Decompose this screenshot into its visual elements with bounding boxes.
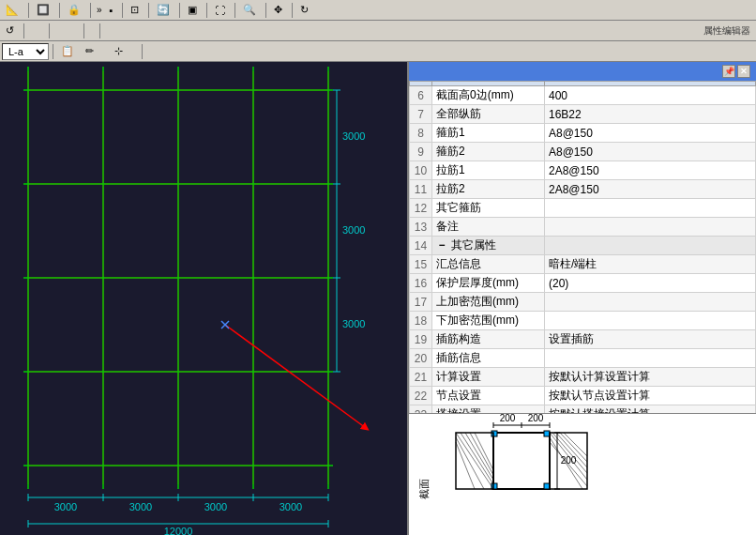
prop-name-cell: 拉筋1 xyxy=(432,161,545,180)
local-3d-btn[interactable]: ▣ xyxy=(184,2,203,18)
row-number: 22 xyxy=(410,387,432,405)
merge-btn[interactable] xyxy=(63,29,70,33)
2d-btn[interactable]: ▪ xyxy=(106,3,119,18)
sep10 xyxy=(292,3,293,18)
dynamic-obs-btn[interactable]: 🔄 xyxy=(153,2,175,18)
align-btn[interactable] xyxy=(88,29,96,33)
dynamic-icon: 🔄 xyxy=(157,4,170,16)
adjust-column-btn[interactable] xyxy=(174,50,182,54)
table-row: 19插筋构造设置插筋 xyxy=(410,330,756,349)
pick-icon: ⊹ xyxy=(114,45,123,57)
table-row: 16保护层厚度(mm)(20) xyxy=(410,274,756,293)
svg-text:3000: 3000 xyxy=(280,501,302,512)
prop-name-cell: 插筋信息 xyxy=(432,349,545,368)
svg-text:3000: 3000 xyxy=(342,130,365,142)
prop-value-cell[interactable] xyxy=(545,218,756,237)
fullscreen-btn[interactable]: ⛶ xyxy=(211,3,231,18)
break-btn[interactable] xyxy=(53,29,61,33)
props-btn[interactable]: 📋 xyxy=(57,43,80,59)
table-row: 18下加密范围(mm) xyxy=(410,312,756,330)
prop-name-cell: 节点设置 xyxy=(432,387,545,405)
table-row: 21计算设置按默认计算设置计算 xyxy=(410,368,756,387)
in-situ-mark-btn[interactable] xyxy=(156,50,163,54)
sep6 xyxy=(179,3,180,18)
row-number: 17 xyxy=(410,293,432,312)
prop-value-cell[interactable]: 按默认计算设置计算 xyxy=(545,368,756,387)
table-row: 22节点设置按默认节点设置计算 xyxy=(410,387,756,405)
prop-value-cell[interactable]: 按默认搭接设置计算 xyxy=(545,405,756,414)
right-panel: 📌 ✕ 6截面高0边(mm)4007全部纵筋16B228箍筋1A8@1509箍筋… xyxy=(409,62,756,535)
table-row: 8箍筋1A8@150 xyxy=(410,124,756,143)
prop-value-cell[interactable]: (20) xyxy=(545,274,756,293)
canvas-area[interactable]: 3000 3000 3000 3000 12000 3000 3000 3000 xyxy=(0,62,409,535)
steel-3d-btn[interactable]: 🔲 xyxy=(33,2,55,18)
prop-name-cell: 汇总信息 xyxy=(432,255,545,274)
svg-text:3000: 3000 xyxy=(129,501,152,512)
row-number: 14 xyxy=(410,237,432,255)
close-panel-btn[interactable]: ✕ xyxy=(737,65,750,78)
top-view-icon: ⊡ xyxy=(130,4,139,16)
prop-name-cell: 上加密范围(mm) xyxy=(432,293,545,312)
extend-btn[interactable] xyxy=(28,29,36,33)
prop-value-cell[interactable]: A8@150 xyxy=(545,143,756,161)
grid-svg: 3000 3000 3000 3000 12000 3000 3000 3000 xyxy=(0,62,403,535)
property-table: 6截面高0边(mm)4007全部纵筋16B228箍筋1A8@1509箍筋2A8@… xyxy=(409,81,756,413)
toolbar-top: 📐 🔲 🔒 » ▪ ⊡ 🔄 ▣ ⛶ 🔍 ✥ xyxy=(0,0,756,21)
zoom-btn[interactable]: 🔍 xyxy=(239,2,262,18)
two-point-btn[interactable] xyxy=(130,50,138,54)
panel-controls: 📌 ✕ xyxy=(722,65,750,78)
screen-rotate-btn[interactable]: ↻ xyxy=(296,2,314,18)
prop-name-cell: 箍筋1 xyxy=(432,124,545,143)
svg-rect-52 xyxy=(544,431,550,436)
prop-value-cell[interactable] xyxy=(545,199,756,218)
prop-value-cell[interactable]: 16B22 xyxy=(545,105,756,124)
local-3d-icon: ▣ xyxy=(188,4,197,16)
prop-value-cell[interactable]: 2A8@150 xyxy=(545,161,756,180)
toolbar-second: ↺ 属性编辑器 xyxy=(0,21,756,41)
prop-value-cell[interactable]: 暗柱/端柱 xyxy=(545,255,756,274)
prop-value-cell[interactable]: 400 xyxy=(545,86,756,105)
smart-layout-btn[interactable] xyxy=(146,50,154,54)
rotate-btn[interactable]: ↺ xyxy=(2,23,20,38)
svg-text:3000: 3000 xyxy=(54,501,77,512)
edit-steel-icon: ✏ xyxy=(85,45,94,57)
split-btn[interactable] xyxy=(72,29,80,33)
row-number: 19 xyxy=(410,330,432,349)
prop-value-cell[interactable]: 设置插筋 xyxy=(545,330,756,349)
prop-value-cell[interactable]: 2A8@150 xyxy=(545,180,756,199)
2d-icon: ▪ xyxy=(110,5,113,16)
prop-name-cell: 备注 xyxy=(432,218,545,237)
svg-text:200: 200 xyxy=(500,414,516,423)
table-row: 13备注 xyxy=(410,218,756,237)
sep-t1 xyxy=(53,44,53,59)
trim-btn[interactable] xyxy=(38,29,45,33)
component-list-btn[interactable] xyxy=(101,50,109,54)
steel-select-btn[interactable]: 📐 xyxy=(2,2,24,18)
prop-name-cell: 保护层厚度(mm) xyxy=(432,274,545,293)
edit-steel-btn[interactable]: ✏ xyxy=(82,43,99,59)
lock-btn[interactable]: 🔒 xyxy=(64,2,86,18)
pin-btn[interactable]: 📌 xyxy=(722,65,735,78)
pick-component-btn[interactable]: ⊹ xyxy=(111,43,129,59)
top-view-btn[interactable]: ⊡ xyxy=(127,2,144,18)
row-number: 20 xyxy=(410,349,432,368)
prop-value-cell[interactable] xyxy=(545,312,756,330)
pan-btn[interactable]: ✥ xyxy=(270,2,288,18)
main-area: 3000 3000 3000 3000 12000 3000 3000 3000 xyxy=(0,62,756,535)
column-table-btn[interactable] xyxy=(165,50,173,54)
prop-value-cell[interactable]: 按默认节点设置计算 xyxy=(545,387,756,405)
prop-value-cell[interactable]: A8@150 xyxy=(545,124,756,143)
svg-text:12000: 12000 xyxy=(164,526,193,535)
table-row: 15汇总信息暗柱/端柱 xyxy=(410,255,756,274)
layer-select[interactable]: L-a xyxy=(2,43,49,60)
property-table-container[interactable]: 6截面高0边(mm)4007全部纵筋16B228箍筋1A8@1509箍筋2A8@… xyxy=(409,81,756,413)
steel-select-icon: 📐 xyxy=(6,4,19,16)
lock-icon: 🔒 xyxy=(68,4,81,16)
prop-value-cell[interactable] xyxy=(545,349,756,368)
prop-value-cell[interactable] xyxy=(545,237,756,255)
row-number: 21 xyxy=(410,368,432,387)
sep-s1 xyxy=(23,23,24,38)
prop-value-cell[interactable] xyxy=(545,293,756,312)
sep-t2 xyxy=(142,44,143,59)
svg-rect-50 xyxy=(491,431,497,436)
